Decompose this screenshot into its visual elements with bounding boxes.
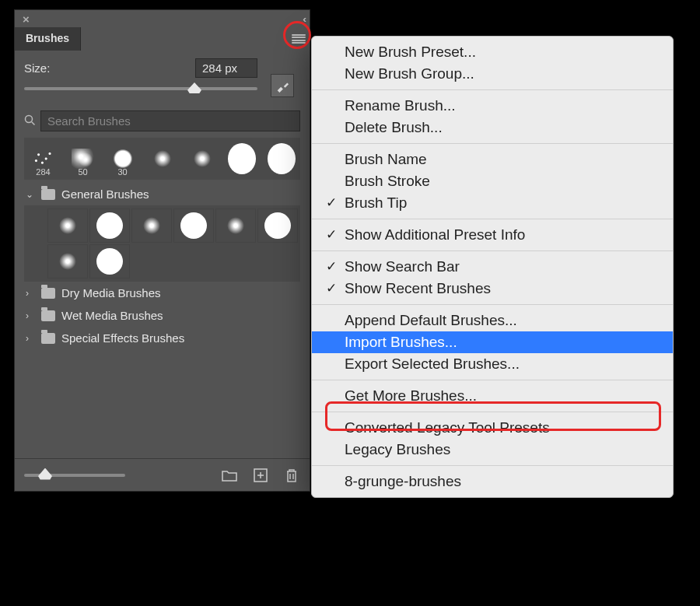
search-icon	[24, 114, 36, 128]
menu-item[interactable]: New Brush Group...	[312, 63, 673, 85]
panel-header: × ‹‹	[15, 10, 310, 27]
menu-item[interactable]: Delete Brush...	[312, 117, 673, 138]
menu-separator	[312, 380, 673, 380]
menu-item[interactable]: Brush Stroke	[312, 170, 673, 192]
brush-preset[interactable]	[89, 244, 130, 278]
brush-folder[interactable]: ⌄General Brushes	[24, 183, 300, 205]
hamburger-icon	[292, 34, 306, 44]
brush-folders: ⌄General Brushes›Dry Media Brushes›Wet M…	[24, 180, 300, 352]
brush-preset[interactable]	[89, 208, 130, 243]
preview-size-slider[interactable]	[24, 474, 125, 477]
menu-item[interactable]: Brush Name	[312, 149, 673, 170]
folder-icon	[41, 189, 55, 200]
menu-item[interactable]: Get More Brushes...	[312, 385, 673, 407]
tab-brushes[interactable]: Brushes	[15, 27, 81, 51]
slider-thumb-icon[interactable]	[187, 82, 201, 93]
panel-body: Size: 2845030 ⌄General Brushes›Dry Media…	[15, 51, 310, 352]
brush-size-label: 30	[104, 167, 141, 177]
delete-brush-button[interactable]	[283, 468, 300, 483]
slider-thumb-icon[interactable]	[38, 468, 52, 480]
save-to-folder-button[interactable]	[221, 468, 238, 483]
menu-item[interactable]: Show Additional Preset Info	[312, 224, 673, 246]
panel-tabs: Brushes	[15, 27, 310, 51]
menu-separator	[312, 412, 673, 412]
menu-separator	[312, 465, 673, 466]
size-slider[interactable]	[24, 87, 257, 90]
svg-line-1	[32, 121, 35, 124]
menu-item[interactable]: New Brush Preset...	[312, 41, 673, 63]
menu-item[interactable]: Append Default Brushes...	[312, 310, 673, 331]
brush-size-label: 284	[25, 167, 61, 177]
chevron-right-icon: ›	[26, 288, 35, 299]
menu-item[interactable]: Converted Legacy Tool Presets	[312, 417, 673, 439]
folder-icon	[41, 288, 55, 299]
brush-preset[interactable]	[131, 208, 172, 243]
chevron-down-icon: ⌄	[26, 189, 35, 200]
close-icon[interactable]: ×	[23, 12, 30, 26]
folder-label: General Brushes	[61, 187, 149, 201]
menu-item[interactable]: Legacy Brushes	[312, 439, 673, 461]
panel-menu-button[interactable]	[288, 27, 310, 51]
brush-preset[interactable]	[47, 208, 88, 243]
folder-icon	[41, 310, 55, 321]
menu-item[interactable]: Brush Tip	[312, 192, 673, 214]
brush-preset[interactable]	[257, 208, 298, 243]
brush-size-label: 50	[65, 167, 101, 177]
brush-preset[interactable]	[183, 139, 221, 178]
menu-item[interactable]: Show Search Bar	[312, 256, 673, 278]
brush-preset[interactable]: 50	[64, 139, 102, 178]
menu-separator	[312, 250, 673, 251]
brush-preset[interactable]	[215, 208, 256, 243]
menu-separator	[312, 89, 673, 90]
brush-folder[interactable]: ›Special Effects Brushes	[24, 327, 300, 349]
menu-item[interactable]: Import Brushes...	[312, 331, 673, 353]
chevron-right-icon: ›	[26, 333, 35, 344]
size-label: Size:	[24, 61, 50, 75]
menu-separator	[312, 304, 673, 305]
brush-preset[interactable]	[173, 208, 214, 243]
brush-preset[interactable]	[47, 244, 88, 278]
brush-preset[interactable]	[262, 139, 300, 178]
brushes-panel: × ‹‹ Brushes Size: 2845030 ⌄Gener	[14, 9, 310, 492]
menu-item[interactable]: Rename Brush...	[312, 95, 673, 117]
brush-preset[interactable]: 30	[103, 139, 142, 178]
chevron-right-icon: ›	[26, 310, 35, 321]
brush-folder[interactable]: ›Wet Media Brushes	[24, 304, 300, 327]
panel-flyout-menu: New Brush Preset...New Brush Group...Ren…	[311, 36, 674, 498]
new-brush-button[interactable]	[252, 468, 269, 483]
menu-item[interactable]: 8-grunge-brushes	[312, 471, 673, 492]
folder-label: Dry Media Brushes	[61, 286, 161, 299]
brush-preset[interactable]: 284	[24, 139, 62, 178]
brush-preview-toggle[interactable]	[271, 74, 294, 97]
brush-icon	[275, 79, 289, 93]
recent-brushes-row: 2845030	[24, 138, 300, 180]
brush-folder[interactable]: ›Dry Media Brushes	[24, 282, 300, 304]
search-input[interactable]	[40, 110, 300, 131]
menu-separator	[312, 143, 673, 144]
size-input[interactable]	[195, 58, 257, 78]
collapse-icon[interactable]: ‹‹	[303, 13, 303, 25]
brush-preset[interactable]	[222, 139, 261, 178]
panel-footer	[15, 458, 310, 491]
brush-grid	[24, 205, 300, 282]
folder-label: Special Effects Brushes	[61, 331, 184, 345]
menu-item[interactable]: Show Recent Brushes	[312, 278, 673, 299]
menu-item[interactable]: Export Selected Brushes...	[312, 353, 673, 375]
folder-label: Wet Media Brushes	[61, 309, 163, 322]
menu-separator	[312, 219, 673, 219]
brush-preset[interactable]	[143, 139, 181, 178]
svg-point-0	[26, 115, 33, 122]
folder-icon	[41, 333, 55, 344]
